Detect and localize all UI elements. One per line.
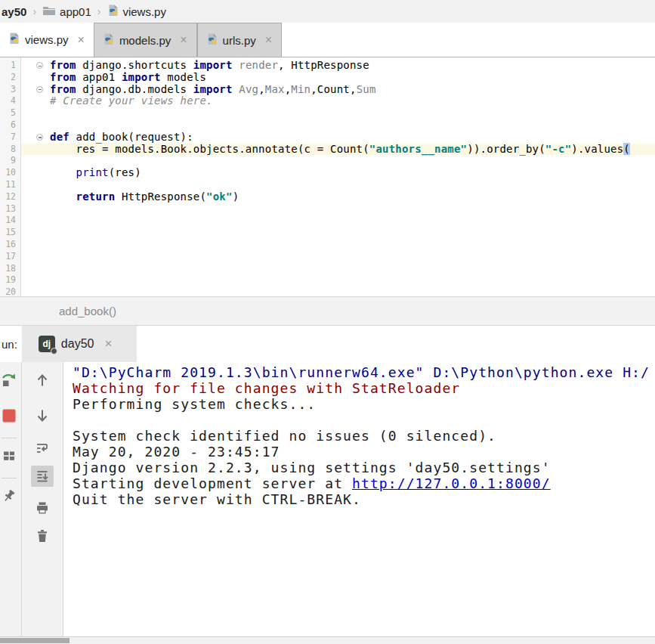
code-token: )).order_by( — [467, 143, 545, 155]
line-number: 3 — [0, 84, 20, 96]
python-file-icon — [205, 33, 218, 48]
code-token: from — [50, 83, 76, 95]
code-token: import — [122, 71, 161, 83]
console-text: Quit the server with CTRL-BREAK. — [73, 491, 361, 507]
code-token: ).values — [571, 143, 623, 155]
run-console-panel: "D:\PyCharm 2019.1.3\bin\runnerw64.exe" … — [0, 362, 655, 636]
fold-collapse-icon[interactable] — [36, 62, 43, 69]
line-number: 1 — [0, 60, 20, 72]
editor-gutter: 1234567891011121314151617181920 — [0, 57, 21, 296]
code-text: # Create your views here. — [50, 95, 213, 107]
chevron-right-icon: › — [32, 5, 36, 17]
code-token: Max — [265, 83, 285, 95]
code-line: from django.shortcuts import render, Htt… — [21, 60, 655, 72]
line-number: 8 — [0, 144, 20, 156]
line-number: 13 — [0, 203, 20, 215]
line-number: 4 — [0, 95, 20, 107]
tab-urlspy[interactable]: urls.py× — [197, 23, 283, 57]
run-tab-day50[interactable]: dj day50 × — [22, 326, 137, 362]
code-token: app01 — [76, 71, 122, 83]
code-token: render — [239, 59, 278, 71]
code-line: # Create your views here. — [21, 95, 655, 107]
fold-column — [21, 84, 50, 96]
pin-icon[interactable] — [1, 488, 17, 504]
method-breadcrumb[interactable]: add_book() — [59, 305, 116, 317]
console-output[interactable]: "D:\PyCharm 2019.1.3\bin\runnerw64.exe" … — [63, 362, 655, 636]
line-number: 15 — [0, 227, 20, 239]
line-number: 14 — [0, 215, 20, 227]
code-token: , HttpResponse — [278, 59, 369, 71]
code-token: add_book(request): — [70, 131, 193, 143]
print-icon[interactable] — [34, 500, 51, 516]
code-area[interactable]: from django.shortcuts import render, Htt… — [21, 57, 655, 296]
breadcrumb-item-viewspy[interactable]: views.py — [107, 5, 166, 19]
code-token: HttpResponse( — [115, 190, 206, 203]
toolbar-separator — [2, 438, 17, 438]
fold-column — [21, 95, 50, 107]
close-icon[interactable]: × — [78, 33, 85, 47]
method-breadcrumb-bar: add_book() — [0, 296, 655, 326]
breadcrumb-item-ay50[interactable]: ay50 — [2, 5, 26, 18]
line-number: 12 — [0, 191, 20, 203]
fold-column — [21, 227, 50, 239]
breadcrumb-label: ay50 — [2, 5, 26, 18]
code-text: def add_book(request): — [50, 132, 193, 144]
horizontal-scrollbar[interactable] — [0, 636, 655, 644]
console-line: System check identified no issues (0 sil… — [73, 428, 655, 444]
tab-label: views.py — [25, 33, 69, 46]
code-token: ,Count, — [311, 83, 356, 95]
run-tab-label: day50 — [61, 337, 94, 351]
up-icon[interactable] — [34, 372, 51, 389]
line-number: 19 — [0, 274, 20, 286]
django-icon: dj — [39, 336, 55, 352]
run-panel-label: un: — [0, 326, 22, 362]
console-line: May 20, 2020 - 23:45:17 — [73, 444, 655, 460]
server-url-link[interactable]: http://127.0.0.1:8000/ — [352, 475, 551, 491]
line-number: 20 — [0, 286, 20, 296]
breadcrumb-item-app01[interactable]: app01 — [42, 5, 91, 19]
close-icon[interactable]: × — [265, 33, 272, 47]
line-number: 2 — [0, 72, 20, 84]
console-text: Watching for file changes with StatReloa… — [73, 380, 460, 396]
code-line — [21, 239, 655, 251]
run-controls-toolbar — [0, 362, 22, 636]
scroll-end-icon[interactable] — [31, 466, 54, 487]
code-text: return HttpResponse("ok") — [50, 191, 239, 203]
code-token: "ok" — [206, 190, 233, 203]
soft-wrap-icon[interactable] — [34, 440, 51, 457]
tab-viewspy[interactable]: views.py× — [0, 23, 94, 57]
code-line: print(res) — [21, 167, 655, 179]
console-text: System check identified no issues (0 sil… — [73, 428, 496, 444]
code-token: (res) — [109, 166, 141, 178]
stop-icon[interactable] — [1, 407, 17, 424]
console-line: Django version 2.2.3, using settings 'da… — [73, 460, 655, 475]
close-icon[interactable]: × — [104, 336, 112, 351]
clear-icon[interactable] — [34, 528, 51, 544]
code-line: return HttpResponse("ok") — [21, 191, 655, 203]
code-text: res = models.Book.objects.annotate(c = C… — [50, 144, 630, 156]
code-line — [21, 251, 655, 263]
code-token: from — [50, 71, 76, 83]
code-token: return — [76, 190, 116, 203]
code-token: Avg — [239, 83, 258, 95]
down-icon[interactable] — [34, 407, 51, 424]
fold-column — [21, 251, 50, 263]
fold-column — [21, 239, 50, 251]
layout-icon[interactable] — [1, 447, 17, 464]
rerun-icon[interactable] — [1, 371, 17, 388]
code-token: Sum — [357, 83, 376, 95]
close-icon[interactable]: × — [180, 33, 187, 47]
code-token — [50, 190, 76, 203]
fold-collapse-icon[interactable] — [36, 86, 43, 93]
code-line — [21, 227, 655, 239]
run-panel-header: un: dj day50 × — [0, 326, 655, 362]
fold-collapse-icon[interactable] — [36, 134, 43, 141]
code-editor[interactable]: 1234567891011121314151617181920 from dja… — [0, 57, 655, 296]
code-token: , — [258, 83, 265, 95]
fold-column — [21, 155, 50, 167]
code-line — [21, 119, 655, 132]
console-text: Performing system checks... — [73, 396, 316, 412]
fold-column — [21, 132, 50, 144]
tab-modelspy[interactable]: models.py× — [94, 23, 197, 57]
scrollbar-thumb[interactable] — [0, 638, 70, 643]
